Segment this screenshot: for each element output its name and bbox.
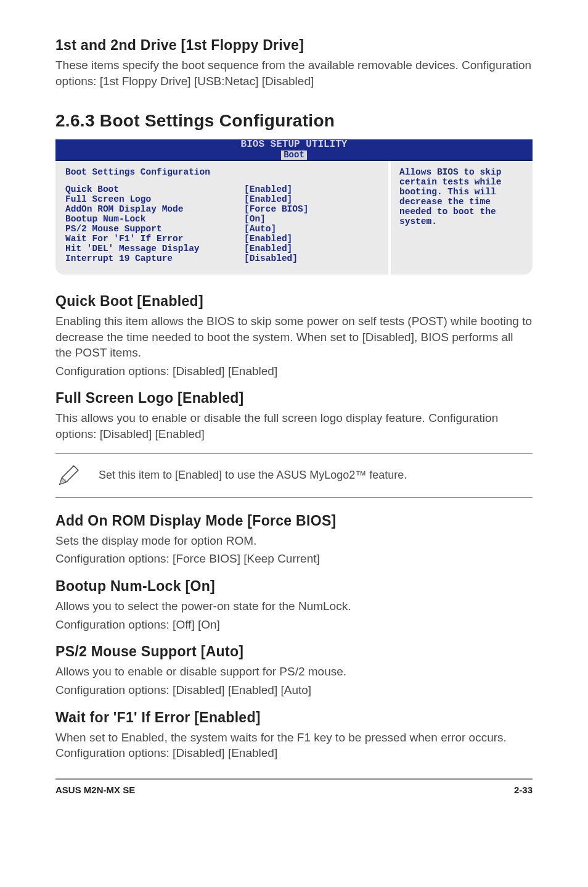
quick-boot-heading: Quick Boot [Enabled] — [55, 293, 533, 310]
bios-row: Full Screen Logo[Enabled] — [65, 194, 378, 204]
bios-row-label: Hit 'DEL' Message Display — [65, 244, 244, 254]
bios-title-line1: BIOS SETUP UTILITY — [55, 139, 533, 150]
bios-row: Wait For 'F1' If Error[Enabled] — [65, 234, 378, 244]
bootup-numlock-body2: Configuration options: [Off] [On] — [55, 617, 533, 633]
bios-header: BIOS SETUP UTILITY Boot — [55, 139, 533, 161]
bios-row-value: [Enabled] — [244, 244, 292, 254]
bios-row-label: Interrupt 19 Capture — [65, 254, 244, 263]
bios-row-label: Bootup Num-Lock — [65, 214, 244, 224]
bios-row-label: AddOn ROM Display Mode — [65, 204, 244, 214]
add-on-rom-body2: Configuration options: [Force BIOS] [Kee… — [55, 551, 533, 567]
drive-body: These items specify the boot sequence fr… — [55, 57, 533, 89]
bios-screenshot: BIOS SETUP UTILITY Boot Boot Settings Co… — [55, 139, 533, 274]
bios-tab-boot: Boot — [281, 151, 307, 160]
bios-row-label: Full Screen Logo — [65, 194, 244, 204]
pencil-icon — [55, 463, 81, 489]
bios-row-value: [Auto] — [244, 224, 276, 234]
add-on-rom-heading: Add On ROM Display Mode [Force BIOS] — [55, 513, 533, 529]
bios-panel-title: Boot Settings Configuration — [65, 167, 378, 177]
bios-row: Hit 'DEL' Message Display[Enabled] — [65, 244, 378, 254]
add-on-rom-body1: Sets the display mode for option ROM. — [55, 533, 533, 549]
quick-boot-body1: Enabling this item allows the BIOS to sk… — [55, 313, 533, 361]
bios-row-label: Wait For 'F1' If Error — [65, 234, 244, 244]
bios-row: AddOn ROM Display Mode[Force BIOS] — [65, 204, 378, 214]
note-box: Set this item to [Enabled] to use the AS… — [55, 453, 533, 498]
bios-row-value: [Enabled] — [244, 194, 292, 204]
wait-f1-heading: Wait for 'F1' If Error [Enabled] — [55, 709, 533, 726]
bios-help-text: Allows BIOS to skip certain tests while … — [399, 167, 524, 226]
quick-boot-body2: Configuration options: [Disabled] [Enabl… — [55, 363, 533, 379]
full-screen-heading: Full Screen Logo [Enabled] — [55, 390, 533, 406]
bios-row-label: Quick Boot — [65, 184, 244, 194]
full-screen-body: This allows you to enable or disable the… — [55, 410, 533, 442]
ps2-mouse-body2: Configuration options: [Disabled] [Enabl… — [55, 682, 533, 698]
bios-row-value: [On] — [244, 214, 266, 224]
main-heading: 2.6.3 Boot Settings Configuration — [55, 111, 533, 131]
bios-row: Interrupt 19 Capture[Disabled] — [65, 254, 378, 263]
ps2-mouse-body1: Allows you to enable or disable support … — [55, 664, 533, 680]
footer-right: 2-33 — [514, 785, 533, 795]
bios-row-value: [Disabled] — [244, 254, 298, 263]
ps2-mouse-heading: PS/2 Mouse Support [Auto] — [55, 643, 533, 660]
wait-f1-body: When set to Enabled, the system waits fo… — [55, 730, 533, 761]
drive-heading: 1st and 2nd Drive [1st Floppy Drive] — [55, 37, 533, 54]
page-footer: ASUS M2N-MX SE 2-33 — [55, 778, 533, 795]
bios-row-value: [Enabled] — [244, 234, 292, 244]
bios-row-value: [Force BIOS] — [244, 204, 308, 214]
bios-row: Bootup Num-Lock[On] — [65, 214, 378, 224]
bootup-numlock-body1: Allows you to select the power-on state … — [55, 598, 533, 614]
bootup-numlock-heading: Bootup Num-Lock [On] — [55, 578, 533, 595]
bios-help-panel: Allows BIOS to skip certain tests while … — [391, 161, 533, 274]
bios-row-label: PS/2 Mouse Support — [65, 224, 244, 234]
bios-row: PS/2 Mouse Support[Auto] — [65, 224, 378, 234]
note-text: Set this item to [Enabled] to use the AS… — [99, 469, 407, 482]
bios-row: Quick Boot[Enabled] — [65, 184, 378, 194]
footer-left: ASUS M2N-MX SE — [55, 785, 135, 795]
bios-left-panel: Boot Settings Configuration Quick Boot[E… — [55, 161, 391, 274]
bios-row-value: [Enabled] — [244, 184, 292, 194]
